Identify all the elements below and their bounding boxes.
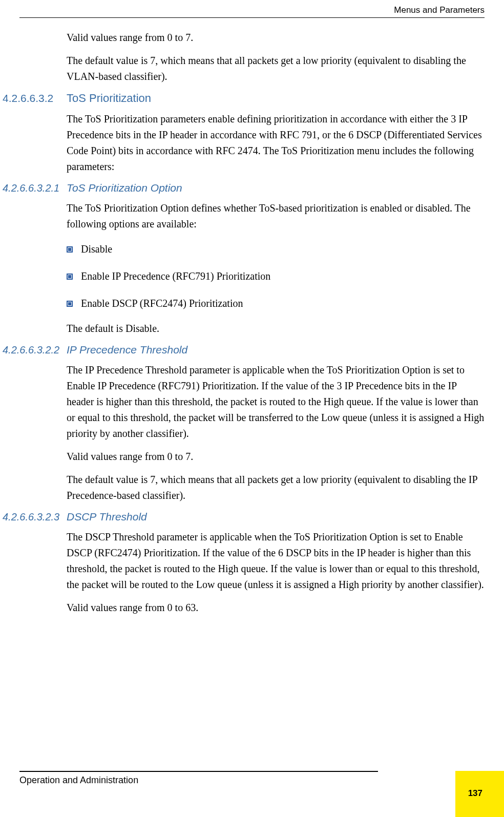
bullet-list: Disable Enable IP Precedence (RFC791) Pr…	[67, 243, 485, 309]
square-bullet-icon	[67, 274, 73, 280]
subsection-number: 4.2.6.6.3.2.3	[3, 511, 67, 523]
section-number: 4.2.6.6.3.2	[3, 92, 67, 104]
subsection-3-p1: The DSCP Threshold parameter is applicab…	[67, 529, 485, 593]
header-rule	[19, 17, 485, 18]
page-footer: Operation and Administration 137	[0, 771, 504, 817]
subsection-title: DSCP Threshold	[67, 511, 147, 523]
section-title: ToS Prioritization	[67, 92, 151, 105]
page-number: 137	[468, 788, 482, 799]
subsection-number: 4.2.6.6.3.2.1	[3, 182, 67, 194]
footer-rule	[19, 771, 378, 772]
document-page: Menus and Parameters Valid values range …	[0, 0, 504, 817]
subsection-heading-3: 4.2.6.6.3.2.3 DSCP Threshold	[3, 511, 485, 523]
square-bullet-icon	[67, 246, 73, 253]
subsection-title: ToS Prioritization Option	[67, 182, 182, 194]
list-item-text: Enable IP Precedence (RFC791) Prioritiza…	[81, 270, 270, 282]
list-item: Enable DSCP (RFC2474) Prioritization	[67, 298, 485, 309]
list-item: Disable	[67, 243, 485, 255]
intro-paragraph-2: The default value is 7, which means that…	[67, 53, 485, 85]
list-item-text: Disable	[81, 243, 112, 255]
subsection-2-p2: Valid values range from 0 to 7.	[67, 449, 485, 465]
list-item: Enable IP Precedence (RFC791) Prioritiza…	[67, 270, 485, 282]
square-bullet-icon	[67, 301, 73, 307]
subsection-3-p2: Valid values range from 0 to 63.	[67, 600, 485, 616]
section-heading: 4.2.6.6.3.2 ToS Prioritization	[3, 92, 485, 105]
intro-paragraph-1: Valid values range from 0 to 7.	[67, 30, 485, 46]
subsection-1-default: The default is Disable.	[67, 321, 485, 337]
section-body: The ToS Prioritization parameters enable…	[67, 111, 485, 175]
subsection-1-body: The ToS Prioritization Option defines wh…	[67, 200, 485, 232]
page-content: Valid values range from 0 to 7. The defa…	[0, 30, 504, 623]
subsection-heading-2: 4.2.6.6.3.2.2 IP Precedence Threshold	[3, 344, 485, 356]
subsection-heading-1: 4.2.6.6.3.2.1 ToS Prioritization Option	[3, 182, 485, 194]
list-item-text: Enable DSCP (RFC2474) Prioritization	[81, 298, 243, 309]
footer-chapter-label: Operation and Administration	[19, 775, 138, 786]
subsection-2-p1: The IP Precedence Threshold parameter is…	[67, 362, 485, 442]
subsection-title: IP Precedence Threshold	[67, 344, 187, 356]
subsection-2-p3: The default value is 7, which means that…	[67, 472, 485, 504]
subsection-number: 4.2.6.6.3.2.2	[3, 344, 67, 356]
header-section-label: Menus and Parameters	[394, 5, 485, 15]
